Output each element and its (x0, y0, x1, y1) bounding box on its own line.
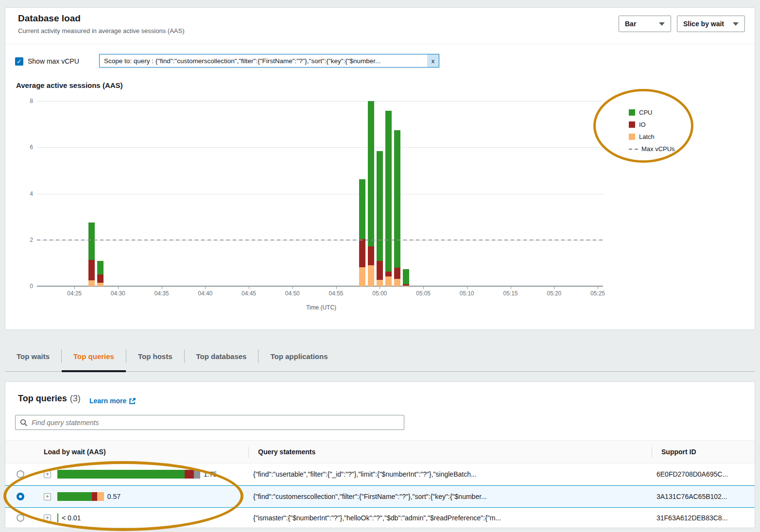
chart-type-select[interactable]: Bar (619, 16, 671, 32)
filter-row: ✓ Show max vCPU Scope to: query : {"find… (15, 54, 79, 68)
stacked-bar-04:59[interactable] (368, 101, 374, 286)
latch-segment (394, 279, 400, 286)
top-queries-title: Top queries (18, 394, 67, 404)
legend-item-io: IO (629, 119, 675, 131)
aas-chart-plot: Time (UTC) 0246804:2504:3004:3504:4004:4… (37, 101, 603, 286)
y-tick-label: 8 (20, 98, 33, 104)
table-row[interactable]: +< 0.01{"ismaster":{"$numberInt":"?"},"h… (5, 508, 755, 529)
legend-label: IO (639, 121, 646, 128)
database-load-panel: Database load Current activity measured … (5, 7, 755, 330)
tab-top-applications[interactable]: Top applications (259, 340, 339, 372)
stacked-bar-04:27[interactable] (88, 223, 95, 286)
load-value-label: 0.57 (107, 493, 121, 500)
slice-by-select[interactable]: Slice by wait (677, 16, 745, 32)
x-tick-mark (423, 287, 424, 289)
x-tick-label: 05:10 (455, 290, 479, 297)
chart-legend: CPUIOLatchMax vCPUs (629, 106, 675, 155)
legend-item-latch: Latch (629, 131, 675, 143)
latch-segment (368, 265, 374, 286)
cpu-swatch-icon (629, 109, 635, 116)
cpu-segment (88, 223, 95, 260)
chevron-down-icon (733, 22, 739, 26)
stacked-bar-05:01[interactable] (385, 111, 392, 286)
tab-top-waits[interactable]: Top waits (5, 340, 61, 372)
x-tick-label: 05:05 (412, 290, 435, 297)
table-row[interactable]: +0.57{"find":"customerscollection","filt… (5, 485, 755, 508)
search-box (15, 415, 404, 430)
learn-more-link[interactable]: Learn more (89, 397, 136, 405)
stacked-bar-04:28[interactable] (97, 261, 104, 286)
io-segment (359, 239, 365, 268)
support-id-cell: 31F63A612DEB83C8... (656, 514, 727, 522)
top-queries-header: Top queries (3) (18, 394, 81, 404)
learn-more-label: Learn more (89, 397, 126, 405)
expand-row-button[interactable]: + (44, 493, 51, 500)
query-statement-link[interactable]: {"ismaster":{"$numberInt":"?"},"helloOk"… (253, 514, 501, 522)
x-tick-label: 05:20 (542, 290, 566, 297)
cpu-segment (359, 179, 365, 239)
table-body: +1.75{"find":"usertable","filter":{"_id"… (5, 463, 755, 529)
expand-row-button[interactable]: + (44, 515, 51, 522)
latch-segment (403, 286, 409, 286)
io-segment (185, 470, 193, 479)
x-tick-mark (336, 287, 337, 289)
latch-segment (385, 276, 392, 286)
legend-item-max-vcpus: Max vCPUs (629, 143, 675, 155)
x-tick-label: 04:35 (150, 290, 173, 297)
table-row[interactable]: +1.75{"find":"usertable","filter":{"_id"… (5, 463, 755, 485)
stacked-bar-05:00[interactable] (377, 151, 383, 286)
query-statement-link[interactable]: {"find":"customerscollection","filter":{… (253, 493, 487, 500)
top-queries-panel: Top queries (3) Learn more Load by wait … (5, 381, 755, 528)
cpu-segment (57, 514, 58, 522)
cpu-segment (385, 111, 392, 272)
load-bar (57, 492, 104, 501)
support-id-cell: 3A131C76AC65B102... (656, 493, 727, 500)
query-statement-link[interactable]: {"find":"usertable","filter":{"_id":"?"}… (253, 470, 477, 478)
tab-top-databases[interactable]: Top databases (185, 340, 259, 372)
io-segment (92, 492, 98, 501)
x-axis-title: Time (UTC) (290, 304, 353, 311)
load-value-label: < 0.01 (62, 514, 81, 522)
latch-segment (97, 492, 104, 501)
legend-item-cpu: CPU (629, 106, 675, 119)
scope-filter-close-button[interactable]: x (427, 54, 439, 67)
column-divider (248, 447, 249, 458)
row-radio-button[interactable] (17, 514, 24, 522)
io-segment (377, 261, 383, 280)
cpu-segment (394, 130, 400, 268)
scope-filter-tag[interactable]: Scope to: query : {"find":"customerscoll… (99, 54, 439, 68)
x-tick-label: 05:25 (586, 290, 609, 297)
table-header: Load by wait (AAS) Query statements Supp… (5, 440, 755, 463)
io-segment (88, 260, 95, 280)
x-tick-mark (380, 287, 380, 289)
tab-top-hosts[interactable]: Top hosts (126, 340, 184, 372)
io-segment (394, 268, 400, 278)
cpu-segment (403, 269, 409, 284)
chevron-down-icon (659, 22, 665, 26)
x-tick-mark (74, 287, 75, 289)
tab-top-queries[interactable]: Top queries (62, 340, 126, 372)
gridline (37, 101, 603, 102)
stacked-bar-05:03[interactable] (403, 269, 409, 286)
stacked-bar-05:02[interactable] (394, 130, 400, 286)
cpu-segment (57, 470, 185, 479)
y-tick-label: 4 (20, 190, 33, 197)
load-bar (57, 470, 200, 479)
expand-row-button[interactable]: + (44, 471, 51, 478)
row-radio-button[interactable] (17, 493, 24, 500)
panel-header: Database load Current activity measured … (5, 8, 755, 44)
cpu-segment (377, 151, 383, 261)
show-max-vcpu-checkbox[interactable]: ✓ (15, 57, 23, 66)
latch-swatch-icon (629, 134, 635, 140)
column-query-statements: Query statements (258, 448, 315, 456)
show-max-vcpu-label: Show max vCPU (28, 57, 79, 65)
latch-segment (359, 267, 365, 286)
query-statement-cell: {"find":"usertable","filter":{"_id":"?"}… (253, 470, 656, 478)
search-input[interactable] (32, 419, 399, 427)
io-segment (368, 246, 374, 265)
cpu-segment (368, 101, 374, 246)
stacked-bar-04:58[interactable] (359, 179, 365, 286)
row-radio-button[interactable] (17, 470, 24, 478)
x-tick-mark (511, 287, 511, 289)
query-statement-cell: {"find":"customerscollection","filter":{… (253, 493, 656, 500)
